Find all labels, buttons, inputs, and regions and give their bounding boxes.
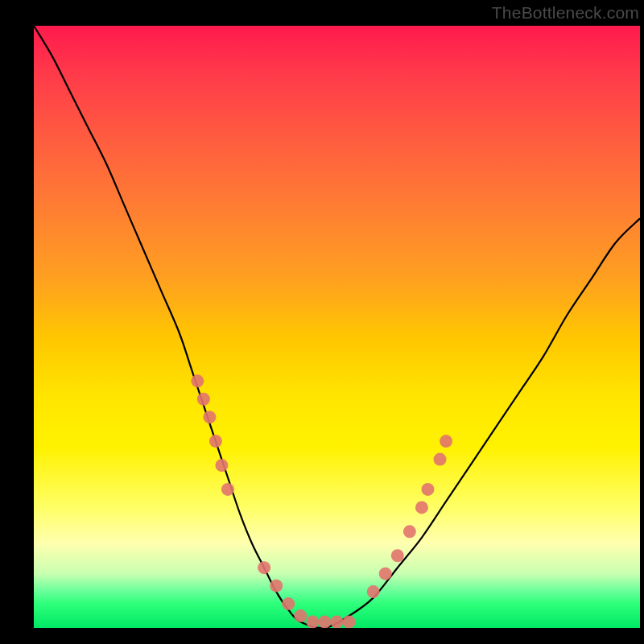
- point-left-cluster-3: [203, 411, 216, 423]
- point-bottom-6: [318, 616, 331, 628]
- point-right-cluster-3: [391, 549, 404, 562]
- point-left-cluster-2: [197, 393, 210, 406]
- watermark-text: TheBottleneck.com: [492, 3, 639, 23]
- point-right-cluster-2: [379, 568, 392, 580]
- point-left-cluster-1: [191, 374, 204, 387]
- point-bottom-3: [282, 597, 295, 610]
- point-left-cluster-6: [221, 483, 234, 496]
- point-bottom-7: [331, 616, 344, 628]
- point-right-cluster-7: [434, 453, 447, 466]
- point-bottom-1: [258, 561, 270, 574]
- chart-svg: [34, 26, 640, 628]
- point-right-cluster-4: [403, 525, 416, 538]
- point-left-cluster-4: [209, 435, 222, 448]
- bottleneck-curve: [34, 26, 640, 628]
- data-points: [191, 374, 452, 628]
- point-bottom-4: [294, 609, 307, 622]
- point-bottom-8: [343, 616, 356, 628]
- point-left-cluster-5: [215, 459, 228, 472]
- point-bottom-2: [270, 580, 283, 592]
- plot-area: [34, 26, 640, 628]
- chart-frame: TheBottleneck.com: [0, 0, 644, 644]
- point-right-cluster-1: [367, 585, 380, 598]
- point-right-cluster-8: [440, 435, 452, 448]
- point-right-cluster-6: [421, 483, 434, 496]
- point-right-cluster-5: [415, 501, 428, 514]
- point-bottom-5: [306, 616, 319, 628]
